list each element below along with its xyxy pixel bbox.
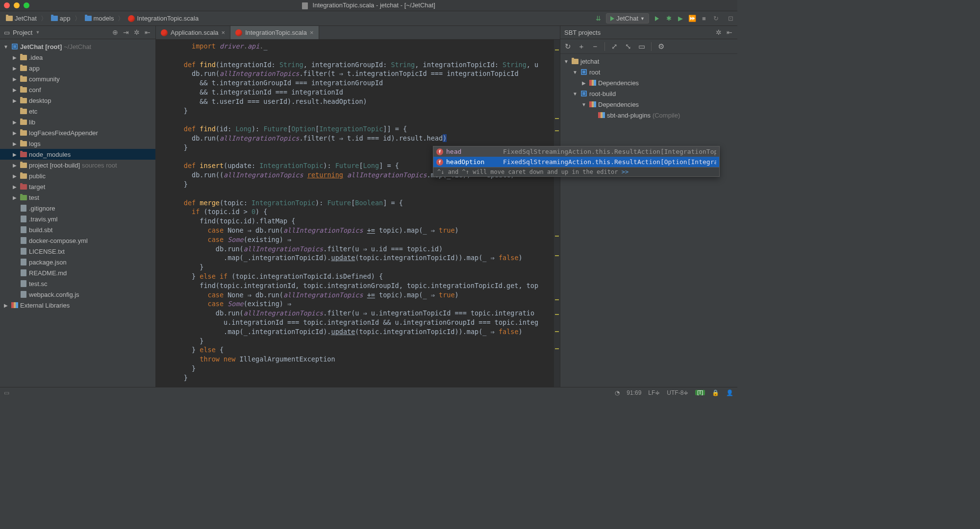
tree-row[interactable]: ▶lib [0, 117, 155, 127]
completion-item[interactable]: fheadFixedSqlStreamingAction.this.Result… [433, 146, 719, 157]
tree-row[interactable]: ▼JetChat [root] ~/JetChat [0, 41, 155, 52]
tree-arrow-icon[interactable]: ▼ [3, 44, 9, 49]
tree-arrow-icon[interactable]: ▶ [12, 76, 18, 82]
tree-arrow-icon[interactable]: ▶ [12, 163, 18, 168]
tree-row[interactable]: ▼jetchat [560, 56, 737, 67]
tree-row[interactable]: LICENSE.txt [0, 246, 155, 257]
tree-row[interactable]: ▶Dependencies [560, 77, 737, 88]
tree-arrow-icon[interactable]: ▶ [12, 152, 18, 157]
tree-row[interactable]: ▶target [0, 181, 155, 192]
coverage-button[interactable]: ▶ [677, 15, 684, 23]
tree-row[interactable]: docker-compose.yml [0, 235, 155, 246]
readonly-lock-icon[interactable]: 🔒 [712, 389, 719, 396]
gear-icon[interactable]: ✲ [133, 28, 141, 36]
tree-arrow-icon[interactable]: ▶ [12, 184, 18, 190]
tree-row[interactable]: README.md [0, 267, 155, 278]
gear-icon[interactable]: ✲ [715, 28, 723, 36]
event-log-icon[interactable]: ▭ [4, 389, 9, 396]
error-stripe[interactable] [554, 40, 560, 387]
tree-arrow-icon[interactable]: ▶ [12, 141, 18, 146]
add-icon[interactable]: + [577, 42, 586, 51]
tree-row[interactable]: sbt-and-plugins (Compile) [560, 110, 737, 120]
remove-icon[interactable]: − [591, 42, 600, 51]
sync-button[interactable]: ↻ [712, 15, 720, 23]
tree-arrow-icon[interactable]: ▶ [12, 120, 18, 125]
breadcrumb-item[interactable]: JetChat [3, 14, 40, 23]
breadcrumb-item[interactable]: app [48, 14, 74, 23]
tree-row[interactable]: ▶logs [0, 138, 155, 149]
tree-row[interactable]: ▼Dependencies [560, 99, 737, 110]
tree-arrow-icon[interactable]: ▶ [12, 195, 18, 200]
tree-row[interactable]: package.json [0, 257, 155, 267]
scroll-to-source-icon[interactable]: ⊕ [111, 28, 119, 36]
settings-icon[interactable]: ⚙ [656, 42, 665, 51]
tree-row[interactable]: webpack.config.js [0, 289, 155, 300]
zoom-window-button[interactable] [24, 2, 29, 8]
close-tab-icon[interactable]: × [222, 29, 226, 36]
tree-row[interactable]: ▼root-build [560, 88, 737, 99]
run-config-selector[interactable]: JetChat ▼ [606, 13, 649, 24]
tree-row[interactable]: ▶logFacesFixedAppender [0, 127, 155, 138]
tree-row[interactable]: test.sc [0, 278, 155, 289]
tree-row[interactable]: .travis.yml [0, 214, 155, 224]
code-editor[interactable]: import driver.api._ def find(integration… [156, 40, 560, 387]
tree-row[interactable]: ▶desktop [0, 95, 155, 106]
search-icon[interactable]: ⊡ [727, 15, 734, 23]
collapse-icon[interactable]: ⤡ [624, 42, 632, 51]
tree-row[interactable]: ▶project [root-build] sources root [0, 160, 155, 170]
memory-indicator[interactable]: ◔ [615, 389, 620, 396]
line-ending[interactable]: LF≑ [648, 389, 660, 396]
tree-arrow-icon[interactable]: ▶ [581, 80, 587, 86]
breadcrumb-item[interactable]: models [82, 14, 117, 23]
tree-arrow-icon[interactable]: ▶ [12, 66, 18, 71]
stop-button[interactable]: ■ [700, 15, 708, 23]
tree-row[interactable]: ▶app [0, 63, 155, 73]
tree-arrow-icon[interactable]: ▶ [12, 98, 18, 103]
file-encoding[interactable]: UTF-8≑ [667, 389, 688, 396]
project-panel-title[interactable]: ▭ Project ▼ [4, 29, 40, 36]
tree-arrow-icon[interactable]: ▼ [581, 102, 587, 107]
tree-row[interactable]: ▶test [0, 192, 155, 203]
tree-arrow-icon[interactable]: ▶ [12, 173, 18, 179]
completion-popup[interactable]: fheadFixedSqlStreamingAction.this.Result… [433, 146, 720, 177]
close-window-button[interactable] [4, 2, 10, 8]
minimize-window-button[interactable] [14, 2, 20, 8]
tree-arrow-icon[interactable]: ▼ [572, 91, 578, 96]
tree-arrow-icon[interactable]: ▶ [12, 87, 18, 93]
run-button[interactable] [653, 15, 661, 23]
typescript-badge[interactable]: [T] [695, 390, 705, 395]
completion-item[interactable]: fheadOptionFixedSqlStreamingAction.this.… [433, 157, 719, 167]
tree-row[interactable]: .gitignore [0, 203, 155, 214]
tree-row[interactable]: ▶node_modules [0, 149, 155, 160]
refresh-icon[interactable]: ↻ [563, 42, 572, 51]
debug-button[interactable]: ✱ [665, 15, 673, 23]
tree-arrow-icon[interactable]: ▶ [12, 130, 18, 136]
tree-arrow-icon[interactable]: ▼ [572, 70, 578, 75]
expand-icon[interactable]: ⤢ [610, 42, 619, 51]
close-tab-icon[interactable]: × [310, 29, 314, 36]
compile-icon[interactable]: ⇊ [594, 15, 602, 23]
profile-button[interactable]: ⏩ [688, 15, 696, 23]
tree-arrow-icon[interactable]: ▶ [12, 55, 18, 60]
hide-icon[interactable]: ⇤ [144, 28, 151, 36]
tree-row[interactable]: ▼root [560, 67, 737, 77]
tree-row[interactable]: build.sbt [0, 224, 155, 235]
tree-row[interactable]: ▶public [0, 170, 155, 181]
tree-row[interactable]: ▶community [0, 73, 155, 84]
breadcrumb-item[interactable]: IntegrationTopic.scala [125, 14, 201, 23]
completion-hint-link[interactable]: >> [622, 168, 628, 175]
hide-icon[interactable]: ⇤ [726, 28, 733, 36]
editor-tab[interactable]: IntegrationTopic.scala × [230, 26, 319, 39]
collapse-all-icon[interactable]: ⇥ [122, 28, 130, 36]
tree-arrow-icon[interactable]: ▶ [3, 303, 9, 308]
tree-row[interactable]: ▶.idea [0, 52, 155, 63]
tree-row[interactable]: etc [0, 106, 155, 117]
project-tree[interactable]: ▼JetChat [root] ~/JetChat▶.idea▶app▶comm… [0, 39, 155, 313]
inspections-icon[interactable]: 👤 [726, 389, 733, 396]
editor-tab[interactable]: Application.scala × [156, 26, 230, 39]
tree-arrow-icon[interactable]: ▼ [563, 59, 569, 64]
sbt-tree[interactable]: ▼jetchat▼root▶Dependencies▼root-build▼De… [560, 54, 737, 122]
tree-row[interactable]: ▶External Libraries [0, 300, 155, 311]
tree-row[interactable]: ▶conf [0, 84, 155, 95]
group-icon[interactable]: ▭ [637, 42, 646, 51]
